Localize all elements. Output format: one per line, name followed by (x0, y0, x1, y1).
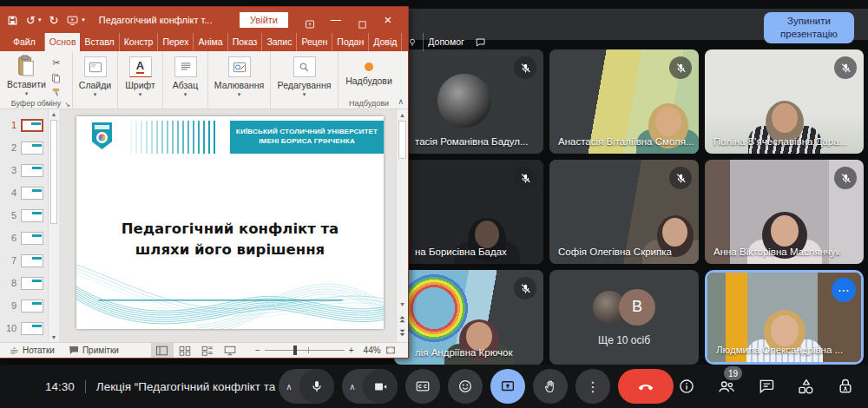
close-button[interactable]: × (375, 7, 401, 33)
previous-slide-button[interactable] (397, 315, 408, 323)
participant-tile[interactable]: Анна Вікторівна Маслянчук (705, 160, 864, 264)
meeting-details-button[interactable] (678, 378, 695, 395)
scroll-down-icon[interactable]: ▼ (49, 334, 59, 340)
activities-button[interactable] (797, 378, 815, 396)
participant-tile[interactable]: Софія Олегівна Скрипка (549, 160, 699, 264)
slide-thumb-10[interactable]: 10 (0, 317, 48, 339)
participant-tile[interactable]: лія Андріївна Крючок (394, 270, 543, 365)
clipboard-dialog-launcher-icon[interactable]: ↘ (64, 101, 70, 109)
mic-button[interactable]: ∧ (279, 369, 334, 404)
panel-scrollbar[interactable]: ▲ ▼ (48, 109, 59, 342)
tab-insert[interactable]: Вставл (80, 33, 119, 51)
tab-animations[interactable]: Аніма (194, 33, 227, 51)
host-controls-button[interactable] (837, 378, 854, 395)
slide-thumb-7[interactable]: 7 (0, 249, 48, 272)
slide-thumb-3[interactable]: 3 (0, 159, 48, 181)
zoom-in-button[interactable]: + (349, 345, 354, 355)
scroll-up-icon[interactable]: ▲ (397, 112, 408, 118)
sign-in-button[interactable]: Увійти (240, 12, 288, 28)
end-call-button[interactable] (618, 369, 674, 404)
participant-tile[interactable]: Анастасія Віталіївна Смоля... (549, 49, 699, 154)
scrollbar-thumb[interactable] (398, 121, 406, 159)
zoom-percentage[interactable]: 44% (358, 345, 381, 355)
slideshow-view-button[interactable] (219, 343, 241, 358)
qat-customize-icon[interactable]: ▾ (82, 16, 85, 23)
present-button[interactable] (490, 369, 525, 404)
scroll-up-icon[interactable]: ▲ (49, 111, 59, 117)
paste-button[interactable]: Вставити ▾ (7, 55, 46, 97)
lightbulb-icon[interactable] (402, 33, 424, 51)
zoom-slider-thumb[interactable] (293, 345, 297, 355)
participant-tile[interactable]: тасія Романівна Бадул... (394, 49, 543, 154)
reading-view-button[interactable] (196, 343, 219, 358)
slide-thumb-4[interactable]: 4 (0, 181, 48, 204)
camera-button[interactable]: ∧ (342, 369, 398, 404)
tab-slideshow[interactable]: Показ (228, 33, 263, 51)
camera-options-icon[interactable]: ∧ (342, 382, 363, 392)
slide-sorter-view-button[interactable] (174, 343, 196, 358)
view-switcher (151, 343, 241, 358)
zoom-slider[interactable] (265, 350, 345, 351)
canvas-scrollbar[interactable]: ▲ ▼ (396, 109, 408, 342)
captions-button[interactable] (405, 369, 440, 404)
editing-group-button[interactable]: Редагування ▾ (271, 51, 339, 109)
slide-thumb-2[interactable]: 2 (0, 136, 48, 159)
tab-transitions[interactable]: Перех (158, 33, 194, 51)
slides-group-button[interactable]: Слайди ▾ (73, 51, 118, 109)
minimize-button[interactable]: — (323, 7, 349, 33)
copy-icon[interactable] (49, 71, 63, 84)
slide-thumb-9[interactable]: 9 (0, 294, 48, 317)
more-participants-tile[interactable]: В Ще 10 осіб (549, 270, 699, 365)
camera-icon[interactable] (363, 369, 398, 404)
tab-review[interactable]: Рецен (297, 33, 332, 51)
comments-toggle[interactable]: Примітки (64, 345, 123, 355)
reactions-button[interactable] (448, 369, 483, 404)
tab-help2[interactable]: Допомог (424, 33, 468, 51)
tab-file[interactable]: Файл (3, 33, 45, 51)
redo-icon[interactable]: ↻ (49, 15, 58, 26)
chat-button[interactable] (758, 378, 775, 395)
paragraph-group-button[interactable]: Абзац ▾ (163, 51, 208, 109)
slideshow-icon[interactable] (66, 15, 79, 26)
participants-button[interactable]: 19 (717, 378, 736, 395)
next-slide-button[interactable] (397, 329, 408, 337)
tab-help1[interactable]: Довід (369, 33, 402, 51)
slide-thumb-5[interactable]: 5 (0, 204, 48, 227)
participant-tile[interactable]: на Борисівна Бадах (394, 160, 543, 264)
addins-group-button[interactable]: Надбудови Надбудови (339, 51, 399, 109)
save-icon[interactable] (7, 15, 18, 26)
active-speaker-tile[interactable]: ⋯ Людмила Олександрівна ... (705, 270, 864, 365)
tile-options-button[interactable]: ⋯ (832, 278, 856, 302)
slide-thumb-8[interactable]: 8 (0, 272, 48, 294)
undo-dropdown-icon[interactable]: ▾ (38, 16, 42, 23)
tab-design[interactable]: Констр (120, 33, 159, 51)
zoom-out-button[interactable]: − (255, 345, 260, 355)
undo-icon[interactable]: ↺ (26, 15, 36, 26)
tab-view[interactable]: Подан (332, 33, 369, 51)
tab-record[interactable]: Запис (262, 33, 297, 51)
clipboard-icon (16, 55, 36, 77)
slide-thumb-6[interactable]: 6 (0, 227, 48, 249)
drawing-group-button[interactable]: Малювання ▾ (208, 51, 271, 109)
tab-home[interactable]: Основ (45, 33, 81, 51)
scroll-down-icon[interactable]: ▼ (397, 301, 408, 307)
ppt-title-bar[interactable]: ↺ ▾ ↻ ▾ Педагогічний конфлікт т... Увійт… (0, 7, 408, 33)
scrollbar-thumb[interactable] (50, 120, 57, 224)
mic-options-icon[interactable]: ∧ (279, 382, 299, 392)
notes-toggle[interactable]: Нотатки (5, 345, 59, 355)
slide-thumb-1[interactable]: 1 (0, 114, 48, 136)
comments-icon[interactable] (469, 33, 492, 51)
slide[interactable]: КИЇВСЬКИЙ СТОЛИЧНИЙ УНІВЕРСИТЕТ ІМЕНІ БО… (76, 116, 384, 329)
participant-tile[interactable]: Поліна В'ячеславівна Дара... (705, 49, 864, 154)
font-group-button[interactable]: A Шрифт ▾ (118, 51, 163, 109)
mic-icon[interactable] (299, 369, 334, 404)
normal-view-button[interactable] (151, 343, 174, 358)
format-painter-icon[interactable] (49, 86, 63, 99)
raise-hand-button[interactable] (533, 369, 568, 404)
more-options-button[interactable]: ⋮ (575, 369, 610, 404)
fit-slide-button[interactable] (385, 345, 396, 355)
maximize-button[interactable] (349, 11, 375, 30)
cut-icon[interactable]: ✂ (49, 56, 63, 69)
collapse-ribbon-icon[interactable]: ∧ (398, 97, 404, 106)
ribbon-display-options-icon[interactable] (297, 11, 323, 30)
